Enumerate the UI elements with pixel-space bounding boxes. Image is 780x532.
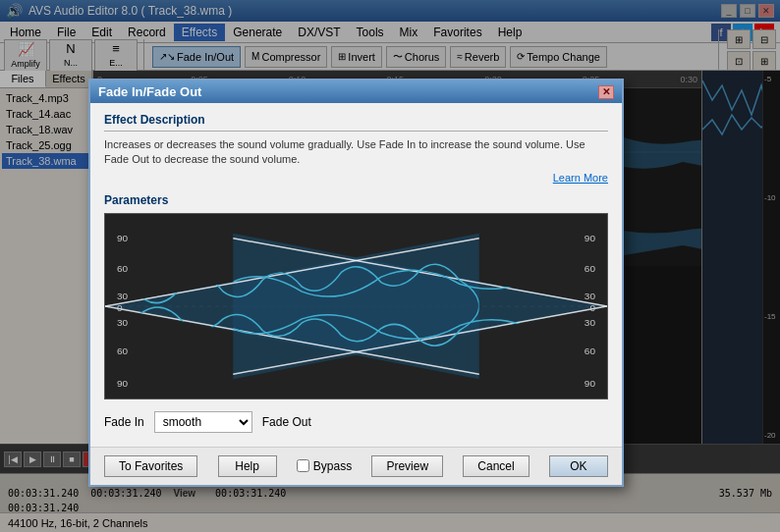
fade-type-select[interactable]: smooth linear logarithmic bbox=[154, 411, 252, 433]
dialog-title-bar: Fade In/Fade Out ✕ bbox=[90, 80, 622, 103]
svg-text:0: 0 bbox=[117, 302, 123, 313]
svg-text:90: 90 bbox=[585, 378, 596, 389]
bypass-checkbox-group: Bypass bbox=[297, 459, 352, 473]
fade-out-label: Fade Out bbox=[262, 415, 311, 429]
help-button[interactable]: Help bbox=[218, 455, 277, 477]
fade-in-label: Fade In bbox=[104, 415, 144, 429]
svg-text:30: 30 bbox=[585, 317, 596, 328]
svg-text:30: 30 bbox=[117, 317, 129, 328]
bypass-label[interactable]: Bypass bbox=[313, 459, 352, 473]
svg-text:60: 60 bbox=[585, 263, 596, 274]
preview-button[interactable]: Preview bbox=[371, 455, 443, 477]
svg-text:0: 0 bbox=[589, 302, 595, 313]
ok-button[interactable]: OK bbox=[549, 455, 608, 477]
svg-text:60: 60 bbox=[117, 346, 129, 356]
effect-description-text: Increases or decreases the sound volume … bbox=[104, 137, 608, 168]
waveform-preview: 90 60 30 0 30 60 90 90 60 30 0 30 60 bbox=[104, 213, 608, 399]
dialog-close-button[interactable]: ✕ bbox=[598, 85, 614, 99]
bypass-checkbox[interactable] bbox=[297, 459, 309, 472]
dialog-footer: To Favorites Help Bypass Preview Cancel … bbox=[90, 447, 622, 485]
svg-text:60: 60 bbox=[117, 263, 129, 274]
fade-waveform-svg: 90 60 30 0 30 60 90 90 60 30 0 30 60 bbox=[105, 214, 607, 399]
svg-text:30: 30 bbox=[117, 291, 129, 301]
to-favorites-button[interactable]: To Favorites bbox=[104, 455, 197, 477]
learn-more-link[interactable]: Learn More bbox=[104, 172, 608, 184]
cancel-button[interactable]: Cancel bbox=[463, 455, 529, 477]
fade-dialog: Fade In/Fade Out ✕ Effect Description In… bbox=[88, 79, 624, 487]
parameters-title: Parameters bbox=[104, 193, 608, 207]
svg-text:90: 90 bbox=[117, 378, 129, 389]
fade-controls: Fade In smooth linear logarithmic Fade O… bbox=[104, 407, 608, 437]
effect-description-title: Effect Description bbox=[104, 113, 608, 132]
dialog-body: Effect Description Increases or decrease… bbox=[90, 103, 622, 447]
svg-text:90: 90 bbox=[117, 233, 129, 243]
parameters-section: Parameters bbox=[104, 193, 608, 437]
svg-text:30: 30 bbox=[585, 291, 596, 301]
dialog-overlay: Fade In/Fade Out ✕ Effect Description In… bbox=[0, 0, 780, 532]
dialog-title: Fade In/Fade Out bbox=[98, 84, 201, 99]
svg-text:90: 90 bbox=[585, 233, 596, 243]
svg-text:60: 60 bbox=[585, 346, 596, 356]
